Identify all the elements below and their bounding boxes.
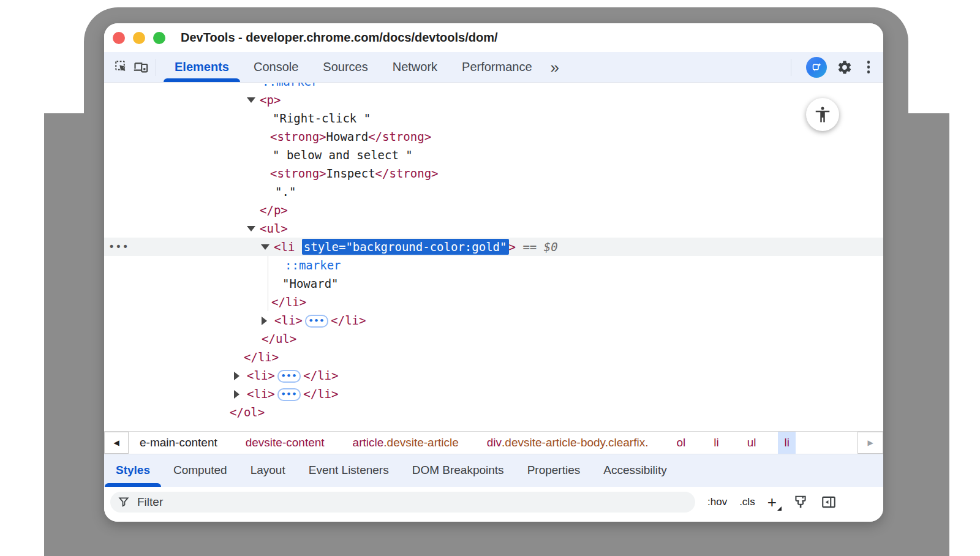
breadcrumb-item[interactable]: ul (741, 432, 763, 454)
window-title: DevTools - developer.chrome.com/docs/dev… (181, 31, 498, 45)
dom-tree-row[interactable]: </p> (104, 201, 883, 219)
dom-node-text: <li>•••</li> (104, 311, 883, 329)
dom-node-text: <strong>Howard</strong> (104, 127, 883, 146)
dom-node-text: ::marker (104, 256, 883, 274)
dom-token-tag: > (509, 240, 516, 254)
dom-token-tag: </ol> (230, 405, 265, 419)
tab-computed[interactable]: Computed (162, 454, 239, 487)
dom-tree-row[interactable]: <p> (104, 91, 883, 109)
breadcrumb-scroll-right-button[interactable]: ▶ (858, 432, 883, 454)
dom-token-tag: <li (274, 240, 302, 254)
dom-tree-row[interactable]: <strong>Inspect</strong> (104, 164, 883, 182)
dom-token-tag: <li> (274, 314, 303, 327)
tab-performance[interactable]: Performance (450, 52, 545, 82)
styles-pane-controls: :hov .cls + (707, 492, 837, 513)
dom-tree-row[interactable]: •••<li style="background-color:gold"> ==… (104, 238, 883, 256)
tab-console[interactable]: Console (241, 52, 311, 82)
toolbar-right-controls (785, 57, 875, 78)
dom-tree-row[interactable]: ::marker (104, 256, 883, 274)
inspect-cursor-icon[interactable] (113, 58, 131, 77)
element-classes-toggle[interactable]: .cls (739, 496, 755, 508)
tab-layout[interactable]: Layout (239, 454, 297, 487)
dom-tree-row[interactable]: "Right-click " (104, 109, 883, 127)
breadcrumb-item[interactable]: ol (670, 432, 692, 454)
expand-down-arrow-icon[interactable] (247, 226, 255, 231)
paint-brush-icon[interactable] (793, 494, 809, 510)
dom-token-dollar: $0 (544, 240, 558, 254)
dom-tree-row[interactable]: <li>•••</li> (104, 385, 883, 403)
collapsed-content-pill[interactable]: ••• (277, 388, 301, 401)
dom-token-tag: </li> (271, 295, 306, 309)
filter-input[interactable] (136, 495, 688, 509)
dom-node-text: <ul> (104, 219, 883, 238)
breadcrumb-item[interactable]: article.devsite-article (347, 432, 465, 454)
dom-tree-row[interactable]: " below and select " (104, 146, 883, 164)
accessibility-person-icon[interactable] (806, 98, 839, 131)
dom-token-text: Howard (326, 130, 369, 143)
selected-attribute[interactable]: style="background-color:gold" (302, 239, 509, 255)
breadcrumb-item[interactable]: e-main-content (134, 432, 224, 454)
dom-node-text: </ol> (104, 403, 883, 421)
dom-tree-row[interactable]: </ul> (104, 329, 883, 348)
breadcrumb-item[interactable]: div.devsite-article-body.clearfix. (481, 432, 655, 454)
dom-tree-row[interactable]: <ul> (104, 219, 883, 238)
dock-side-icon[interactable] (821, 494, 837, 510)
breadcrumb-item[interactable]: devsite-content (239, 432, 331, 454)
expand-right-arrow-icon[interactable] (234, 390, 239, 399)
more-tabs-button[interactable]: » (551, 59, 559, 75)
breadcrumb-scroll-left-button[interactable]: ◀ (104, 432, 129, 454)
breadcrumb-item[interactable]: li (778, 432, 795, 454)
dom-token-eq: == (516, 240, 544, 254)
dom-tree-row[interactable]: ::marker (104, 83, 883, 91)
row-actions-gutter[interactable]: ••• (108, 238, 129, 256)
dom-node-text: " below and select " (104, 146, 883, 164)
dom-tree-row[interactable]: "Howard" (104, 274, 883, 293)
expand-right-arrow-icon[interactable] (262, 317, 267, 325)
pseudo-state-toggle[interactable]: :hov (707, 496, 727, 508)
tab-event-listeners[interactable]: Event Listeners (297, 454, 401, 487)
collapsed-content-pill[interactable]: ••• (305, 315, 328, 328)
dom-tree-row[interactable]: "." (104, 182, 883, 201)
dom-tree-row[interactable]: <li>•••</li> (104, 366, 883, 385)
expand-down-arrow-icon[interactable] (247, 97, 255, 103)
devtools-toolbar: ElementsConsoleSourcesNetworkPerformance… (104, 52, 883, 83)
dom-token-text: "Howard" (282, 277, 339, 290)
tab-styles[interactable]: Styles (104, 454, 162, 487)
new-style-rule-button[interactable]: + (767, 496, 780, 508)
kebab-menu-icon[interactable] (862, 58, 875, 76)
expand-down-arrow-icon[interactable] (261, 244, 270, 250)
dom-token-tag: <li> (247, 387, 275, 400)
dom-tree-row[interactable]: <strong>Howard</strong> (104, 127, 883, 146)
tab-elements[interactable]: Elements (162, 52, 241, 82)
dom-tree-row[interactable]: </ol> (104, 403, 883, 421)
styles-filter[interactable] (110, 492, 695, 513)
tab-properties[interactable]: Properties (516, 454, 592, 487)
breadcrumb-item[interactable]: li (707, 432, 725, 454)
dom-node-text: </li> (104, 293, 883, 311)
maximize-window-button[interactable] (153, 32, 165, 44)
indent-guide (268, 274, 268, 293)
dom-node-text: <li>•••</li> (104, 385, 883, 403)
breadcrumb-items: e-main-contentdevsite-contentarticle.dev… (134, 432, 832, 454)
close-window-button[interactable] (113, 32, 125, 44)
settings-gear-icon[interactable] (835, 58, 854, 77)
collapsed-content-pill[interactable]: ••• (277, 370, 301, 383)
indent-guide (268, 293, 268, 311)
dom-tree-row[interactable]: </li> (104, 293, 883, 311)
tab-dom-breakpoints[interactable]: DOM Breakpoints (401, 454, 516, 487)
dom-node-text: <strong>Inspect</strong> (104, 164, 883, 182)
dom-tree-row[interactable]: <li>•••</li> (104, 311, 883, 329)
dom-token-text: " below and select " (273, 148, 413, 162)
minimize-window-button[interactable] (133, 32, 145, 44)
tab-accessibility[interactable]: Accessibility (592, 454, 678, 487)
tab-network[interactable]: Network (380, 52, 450, 82)
sidebar-pane-tabs: StylesComputedLayoutEvent ListenersDOM B… (104, 454, 883, 487)
dom-tree-row[interactable]: </li> (104, 348, 883, 366)
expand-right-arrow-icon[interactable] (234, 372, 239, 380)
device-toolbar-icon[interactable] (131, 58, 149, 77)
dom-node-text: </li> (104, 348, 883, 366)
dom-node-text: <li style="background-color:gold"> == $0 (104, 238, 883, 256)
dom-token-tag: </li> (331, 314, 366, 327)
ai-assistant-icon[interactable] (806, 57, 827, 78)
tab-sources[interactable]: Sources (311, 52, 380, 82)
